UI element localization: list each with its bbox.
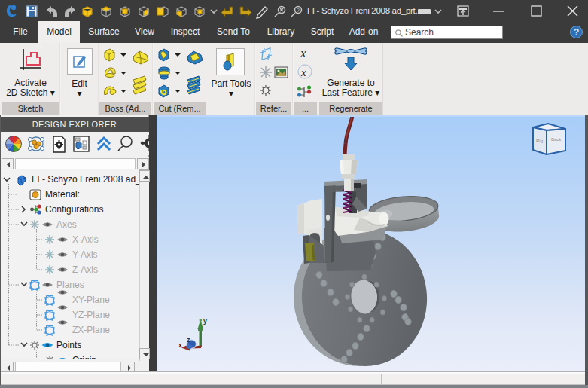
svg-text:x: x: [178, 341, 182, 349]
svg-text:?: ?: [297, 8, 300, 13]
svg-text:Rig..: Rig..: [536, 139, 546, 143]
svg-text:x: x: [300, 66, 306, 78]
svg-text:?: ?: [574, 27, 579, 38]
svg-text:z: z: [187, 336, 190, 344]
svg-text:y: y: [203, 317, 207, 325]
svg-text:x: x: [300, 46, 306, 60]
svg-text:Back: Back: [551, 137, 562, 142]
